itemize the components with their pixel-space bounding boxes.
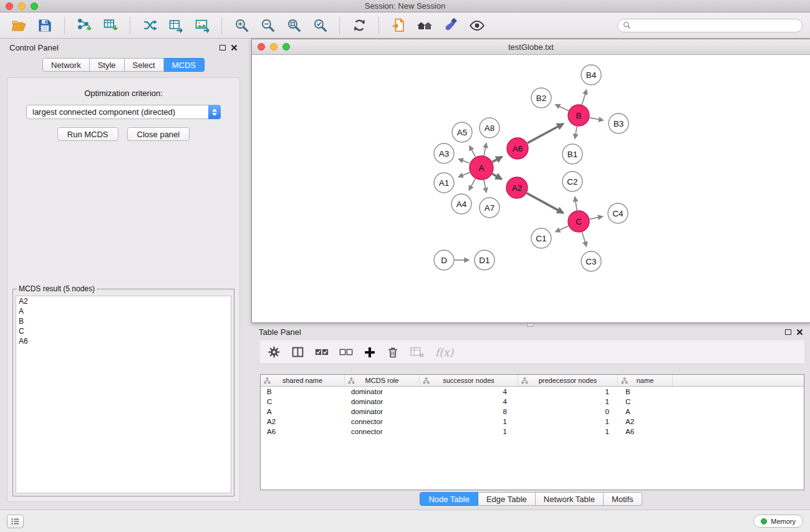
- column-header-shared-name[interactable]: shared name: [261, 375, 345, 386]
- node-B[interactable]: B: [568, 105, 589, 126]
- node-A6[interactable]: A6: [507, 138, 528, 159]
- search-input[interactable]: [634, 21, 797, 31]
- delete-table-button[interactable]: [410, 343, 425, 362]
- table-row[interactable]: Cdominator41C: [261, 397, 804, 407]
- document-export-button[interactable]: [387, 15, 410, 36]
- edge-A-A7[interactable]: [484, 180, 486, 193]
- function-builder-icon[interactable]: f(x): [435, 346, 453, 359]
- memory-button[interactable]: Memory: [753, 515, 803, 528]
- table-row[interactable]: A2connector11A2: [261, 417, 804, 427]
- export-image-button[interactable]: [191, 15, 213, 36]
- edge-C-C4[interactable]: [590, 216, 603, 219]
- edge-C-C3[interactable]: [582, 232, 586, 246]
- node-C2[interactable]: C2: [562, 172, 582, 191]
- import-table-button[interactable]: [99, 15, 122, 36]
- network-window-titlebar[interactable]: testGlobe.txt: [252, 39, 810, 55]
- deselect-all-button[interactable]: [339, 343, 353, 362]
- node-D[interactable]: D: [434, 250, 454, 270]
- node-A3[interactable]: A3: [434, 143, 454, 163]
- close-panel-button[interactable]: Close panel: [127, 127, 190, 141]
- table-options-button[interactable]: [268, 343, 281, 362]
- edge-A2-C[interactable]: [527, 193, 564, 213]
- node-B1[interactable]: B1: [562, 144, 582, 164]
- select-all-button[interactable]: [315, 343, 329, 362]
- table-row[interactable]: Bdominator41B: [261, 387, 804, 397]
- search-field[interactable]: [617, 19, 803, 32]
- node-C4[interactable]: C4: [608, 203, 628, 223]
- node-A7[interactable]: A7: [480, 198, 499, 218]
- edge-A-A6[interactable]: [493, 157, 503, 162]
- edge-A6-B[interactable]: [528, 123, 564, 143]
- network-canvas[interactable]: AA6A2BCA5A8A3A1A4A7B2B4B3B1C2C4C1C3DD1: [252, 55, 810, 322]
- zoom-in-button[interactable]: [230, 15, 253, 36]
- edge-A-A8[interactable]: [484, 143, 486, 156]
- edge-A-A3[interactable]: [458, 159, 470, 163]
- node-B4[interactable]: B4: [581, 65, 601, 85]
- node-C[interactable]: C: [568, 211, 589, 232]
- result-item[interactable]: A6: [16, 336, 231, 346]
- export-network-button[interactable]: [138, 15, 161, 36]
- column-header-name[interactable]: name: [618, 375, 673, 386]
- tab-style[interactable]: Style: [90, 58, 125, 72]
- node-C3[interactable]: C3: [581, 251, 601, 271]
- refresh-view-button[interactable]: [348, 15, 370, 36]
- node-A2[interactable]: A2: [506, 177, 528, 198]
- node-D1[interactable]: D1: [475, 250, 494, 270]
- style-brush-button[interactable]: [440, 15, 462, 36]
- save-session-button[interactable]: [34, 15, 56, 36]
- column-header-mcds-role[interactable]: MCDS role: [345, 375, 420, 386]
- network-home-button[interactable]: [413, 15, 436, 36]
- tab-mcds[interactable]: MCDS: [164, 58, 205, 72]
- edge-B-B2[interactable]: [556, 105, 569, 111]
- show-columns-button[interactable]: [291, 343, 304, 362]
- zoom-out-button[interactable]: [256, 15, 279, 36]
- mcds-result-list[interactable]: A2ABCA6: [16, 296, 231, 493]
- tab-motifs[interactable]: Motifs: [604, 492, 642, 506]
- edge-A-A2[interactable]: [492, 174, 501, 180]
- import-network-button[interactable]: [73, 15, 95, 36]
- task-history-button[interactable]: [7, 515, 24, 528]
- tab-network-table[interactable]: Network Table: [536, 492, 604, 506]
- open-session-button[interactable]: [7, 15, 30, 36]
- close-table-panel-icon[interactable]: [796, 329, 803, 336]
- edge-B-B4[interactable]: [582, 90, 586, 105]
- node-A[interactable]: A: [470, 156, 493, 180]
- tab-network[interactable]: Network: [42, 58, 90, 72]
- tab-edge-table[interactable]: Edge Table: [478, 492, 536, 506]
- show-hide-button[interactable]: [466, 15, 488, 36]
- add-column-button[interactable]: [364, 343, 376, 362]
- float-panel-icon[interactable]: [219, 45, 226, 51]
- float-table-panel-icon[interactable]: [785, 329, 791, 335]
- edge-C-C2[interactable]: [575, 197, 577, 211]
- result-item[interactable]: A2: [16, 296, 231, 306]
- table-row[interactable]: A6connector11A6: [261, 427, 804, 437]
- table-row[interactable]: Adominator80A: [261, 407, 804, 417]
- result-item[interactable]: B: [16, 316, 231, 326]
- edge-A-A4[interactable]: [469, 179, 475, 191]
- tab-node-table[interactable]: Node Table: [420, 492, 478, 506]
- node-B2[interactable]: B2: [531, 88, 551, 108]
- edge-C-C1[interactable]: [556, 226, 569, 231]
- column-header-successor-nodes[interactable]: successor nodes: [420, 375, 518, 386]
- node-A5[interactable]: A5: [452, 122, 472, 142]
- node-A8[interactable]: A8: [480, 118, 499, 138]
- close-panel-icon[interactable]: [231, 44, 238, 51]
- edge-B-B1[interactable]: [575, 127, 577, 139]
- tab-select[interactable]: Select: [125, 58, 164, 72]
- result-item[interactable]: A: [16, 306, 231, 316]
- node-A4[interactable]: A4: [451, 194, 471, 214]
- zoom-selected-button[interactable]: [309, 15, 331, 36]
- optimization-dropdown[interactable]: largest connected component (directed): [26, 105, 221, 119]
- column-header-predecessor-nodes[interactable]: predecessor nodes: [518, 375, 618, 386]
- zoom-fit-button[interactable]: [282, 15, 305, 36]
- node-B3[interactable]: B3: [609, 114, 629, 133]
- node-A1[interactable]: A1: [434, 173, 454, 193]
- edge-B-B3[interactable]: [590, 118, 604, 120]
- edge-A-A1[interactable]: [458, 172, 470, 177]
- edge-A-A5[interactable]: [470, 146, 476, 157]
- run-mcds-button[interactable]: Run MCDS: [57, 127, 118, 141]
- node-C1[interactable]: C1: [531, 228, 551, 248]
- delete-column-button[interactable]: [387, 343, 399, 362]
- export-table-button[interactable]: [165, 15, 187, 36]
- result-item[interactable]: C: [16, 326, 231, 336]
